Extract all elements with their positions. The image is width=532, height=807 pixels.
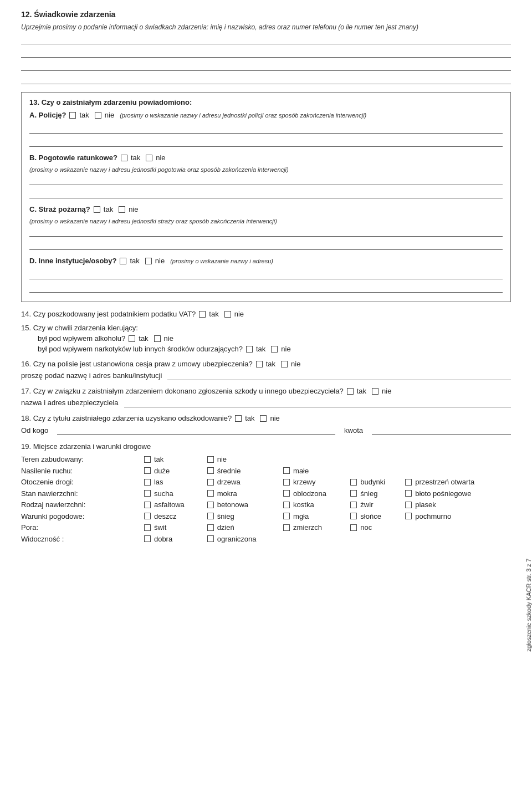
section13-a-tak-label: tak — [79, 111, 89, 119]
row-label-pora: Pora: — [21, 522, 144, 534]
section16-nie-checkbox[interactable] — [281, 361, 288, 367]
section13-a-tak-checkbox[interactable] — [69, 112, 76, 119]
section15-q2-tak-label: tak — [256, 345, 265, 353]
section19-table: Teren zabudowany: tak nie Nasile — [21, 454, 511, 545]
nasilenie-srednie-checkbox[interactable] — [207, 467, 214, 474]
section13-a-label: A. Policję? — [29, 111, 66, 119]
table-row: Pora: świt dzień zmierzch — [21, 522, 511, 534]
otoczenie-drzewa-label: drzewa — [217, 478, 241, 486]
pora-dzien-label: dzień — [217, 523, 234, 532]
otoczenie-przestrzen-label: przestrzeń otwarta — [415, 478, 474, 486]
section13-b-tak-checkbox[interactable] — [121, 155, 127, 161]
section17-line[interactable] — [124, 397, 511, 407]
section13-d-tak-checkbox[interactable] — [120, 258, 126, 264]
pora-dzien-checkbox[interactable] — [207, 524, 214, 531]
teren-nie-checkbox[interactable] — [207, 456, 214, 463]
section14-tak-checkbox[interactable] — [199, 311, 206, 318]
otoczenie-budynki-checkbox[interactable] — [350, 479, 357, 486]
section13-d-label: D. Inne instytucje/osoby? — [29, 257, 116, 265]
pora-swit-checkbox[interactable] — [144, 524, 151, 531]
warunki-snieg-checkbox[interactable] — [207, 513, 214, 519]
section13-a-nie-checkbox[interactable] — [95, 112, 101, 119]
section14-tak-label: tak — [209, 310, 218, 318]
warunki-mgla-checkbox[interactable] — [283, 513, 290, 519]
section18-kwota-line[interactable] — [372, 426, 511, 435]
table-row: Otoczenie drogi: las drzewa — [21, 477, 511, 488]
otoczenie-drzewa-checkbox[interactable] — [207, 479, 214, 486]
section14-nie-checkbox[interactable] — [224, 311, 231, 318]
rodzaj-zwir-label: żwir — [360, 500, 373, 509]
nasilenie-duze-checkbox[interactable] — [144, 467, 151, 474]
section13-title: 13. Czy o zaistniałym zdarzeniu powiadom… — [29, 98, 503, 106]
widocznosc-dobra-label: dobra — [154, 535, 172, 543]
section16-line[interactable] — [167, 370, 511, 380]
section12-line4[interactable] — [21, 74, 511, 84]
section13-c-tak-checkbox[interactable] — [94, 206, 100, 213]
section13-d-nie-checkbox[interactable] — [145, 258, 152, 264]
teren-tak-label: tak — [154, 455, 163, 463]
rodzaj-kostka-checkbox[interactable] — [283, 502, 290, 508]
rodzaj-asfaltowa-checkbox[interactable] — [144, 502, 151, 508]
section13-c-line1[interactable] — [29, 227, 503, 237]
warunki-pochmurno-checkbox[interactable] — [405, 513, 412, 519]
section13-c-line2[interactable] — [29, 240, 503, 250]
section17-tak-checkbox[interactable] — [347, 388, 354, 395]
stan-oblodzona-checkbox[interactable] — [283, 490, 290, 497]
section13-b-nie-checkbox[interactable] — [146, 155, 152, 161]
table-row: Teren zabudowany: tak nie — [21, 454, 511, 466]
stan-sucha-checkbox[interactable] — [144, 490, 151, 497]
section15-q2-tak-checkbox[interactable] — [246, 346, 253, 353]
section12-line3[interactable] — [21, 61, 511, 71]
section17-nie-label: nie — [382, 387, 391, 395]
section18-odkogo-line[interactable] — [57, 426, 335, 435]
section13-d-line1[interactable] — [29, 269, 503, 279]
nasilenie-srednie-label: średnie — [217, 467, 241, 475]
section13-c-hint: (prosimy o wskazanie nazwy i adresu jedn… — [29, 218, 503, 224]
stan-snieg-checkbox[interactable] — [350, 490, 357, 497]
section18-nie-checkbox[interactable] — [260, 415, 267, 422]
rodzaj-zwir-checkbox[interactable] — [350, 502, 357, 508]
section13-b-line1[interactable] — [29, 175, 503, 185]
section17-nie-checkbox[interactable] — [372, 388, 378, 395]
section13-b-label: B. Pogotowie ratunkowe? — [29, 154, 117, 162]
warunki-pochmurno-label: pochmurno — [415, 512, 451, 520]
widocznosc-ograniczona-checkbox[interactable] — [207, 535, 214, 542]
section13-b-tak-label: tak — [131, 154, 140, 162]
rodzaj-betonowa-checkbox[interactable] — [207, 502, 214, 508]
warunki-deszcz-checkbox[interactable] — [144, 513, 151, 519]
nasilenie-male-checkbox[interactable] — [283, 467, 290, 474]
section13-a-line1[interactable] — [29, 124, 503, 134]
section13-c-nie-checkbox[interactable] — [119, 206, 125, 213]
warunki-slonce-label: słońce — [360, 512, 381, 520]
section18-kwota-label: kwota — [344, 426, 363, 435]
section12-line2[interactable] — [21, 48, 511, 58]
section13-a-hint: (prosimy o wskazanie nazwy i adresu jedn… — [120, 112, 366, 119]
section13-b-line2[interactable] — [29, 188, 503, 198]
table-row: Widoczność : dobra ograniczona — [21, 534, 511, 545]
section18-odkogo-label: Od kogo — [21, 426, 48, 435]
stan-bloto-checkbox[interactable] — [405, 490, 412, 497]
otoczenie-krzewy-checkbox[interactable] — [283, 479, 290, 486]
teren-tak-checkbox[interactable] — [144, 456, 151, 463]
section15-q1-tak-checkbox[interactable] — [129, 335, 135, 342]
rodzaj-piasek-checkbox[interactable] — [405, 502, 412, 508]
section16-tak-checkbox[interactable] — [256, 361, 263, 367]
row-label-otoczenie: Otoczenie drogi: — [21, 477, 144, 488]
section18-tak-checkbox[interactable] — [235, 415, 242, 422]
section16-hint: proszę podać nazwę i adres banku/instytu… — [21, 371, 162, 380]
warunki-slonce-checkbox[interactable] — [350, 513, 357, 519]
section15-q2-nie-checkbox[interactable] — [271, 346, 278, 353]
widocznosc-dobra-checkbox[interactable] — [144, 535, 151, 542]
section13-d-line2[interactable] — [29, 283, 503, 293]
pora-zmierzch-checkbox[interactable] — [283, 524, 290, 531]
otoczenie-przestrzen-checkbox[interactable] — [405, 479, 412, 486]
table-row: Warunki pogodowe: deszcz śnieg — [21, 511, 511, 523]
pora-noc-checkbox[interactable] — [350, 524, 357, 531]
stan-mokra-checkbox[interactable] — [207, 490, 214, 497]
section15-q1-nie-checkbox[interactable] — [154, 335, 161, 342]
otoczenie-las-checkbox[interactable] — [144, 479, 151, 486]
section12-line1[interactable] — [21, 34, 511, 44]
rodzaj-asfaltowa-label: asfaltowa — [154, 500, 185, 509]
section13-a-line2[interactable] — [29, 137, 503, 147]
pora-noc-label: noc — [360, 523, 372, 532]
